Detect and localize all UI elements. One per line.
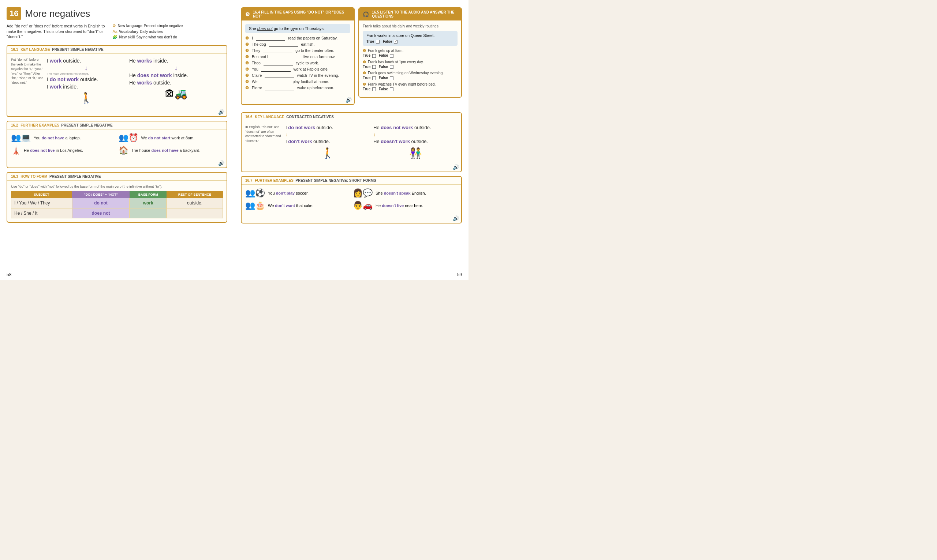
section-164-content: She does not go to the gym on Thursdays.… — [242, 20, 354, 95]
sound-icon-167[interactable]: 🔊 — [242, 214, 461, 223]
short-item-1: 👥⚽ You don't play soccer. — [245, 188, 350, 198]
q2-false-checkbox[interactable] — [390, 65, 393, 69]
section-166-content: In English, "do not" and "does not" are … — [242, 121, 461, 163]
q3-true-checkbox[interactable] — [372, 77, 376, 80]
table-row-1: I / You / We / They do not work outside. — [11, 198, 223, 208]
base-2 — [129, 208, 166, 218]
further-item-4: 🏠 The house does not have a backyard. — [119, 146, 223, 155]
figure-contracted-left: 🚶 — [285, 147, 370, 159]
further-item-2: 👥⏰ We do not start work at 8am. — [119, 133, 223, 143]
contracted-right: He does not work outside. ↓ He doesn't w… — [373, 125, 458, 159]
figure-contracted-right: 👫 — [373, 147, 458, 159]
listen-item-3: ❸ Frank goes swimming on Wednesday eveni… — [363, 71, 458, 80]
base-1: work — [129, 198, 166, 208]
section-163: 16.3 HOW TO FORM PRESENT SIMPLE NEGATIVE… — [6, 172, 227, 223]
listen-list: ❶ Frank gets up at 5am. True False — [363, 49, 458, 91]
q2-true-checkbox[interactable] — [372, 65, 376, 69]
soccer-icon: 👥⚽ — [245, 188, 265, 198]
col-subject: SUBJECT — [11, 191, 72, 198]
section-167-header: 16.7 FURTHER EXAMPLES PRESENT SIMPLE NEG… — [242, 177, 461, 185]
further-item-1: 👥💻 You do not have a laptop. — [11, 133, 116, 143]
section-162: 16.2 FURTHER EXAMPLES PRESENT SIMPLE NEG… — [6, 121, 227, 168]
subject-2: He / She / It — [11, 208, 72, 218]
grammar-table: SUBJECT "DO / DOES" + "NOT" BASE FORM RE… — [11, 191, 223, 218]
section-166: 16.6 KEY LANGUAGE CONTRACTED NEGATIVES I… — [241, 112, 462, 172]
fill-item-3: ❸ They go to the theater often. — [245, 48, 350, 53]
sound-icon-161[interactable]: 🔊 — [7, 108, 227, 116]
col-base: BASE FORM — [129, 191, 166, 198]
section-165-content: Frank talks about his daily and weekly r… — [359, 20, 461, 97]
headphone-icon: 🎧 — [363, 11, 369, 17]
section-167: 16.7 FURTHER EXAMPLES PRESENT SIMPLE NEG… — [241, 176, 462, 223]
fill-item-2: ❷ The dog eat fish. — [245, 42, 350, 47]
section-161-header: 16.1 KEY LANGUAGE PRESENT SIMPLE NEGATIV… — [7, 46, 227, 54]
fill-item-8: ❽ We play football at home. — [245, 79, 350, 84]
contracted-left: I do not work outside. ↓ I don't work ou… — [285, 125, 370, 159]
col-rest: REST OF SENTENCE — [166, 191, 223, 198]
q4-false-checkbox[interactable] — [390, 88, 393, 91]
short-item-3: 👥🎂 We don't want that cake. — [245, 201, 350, 210]
section-167-content: 👥⚽ You don't play soccer. 👩💬 She doesn't… — [242, 185, 461, 214]
section-163-header: 16.3 HOW TO FORM PRESENT SIMPLE NEGATIVE — [7, 173, 227, 181]
car-icon: 👨🚗 — [353, 201, 373, 210]
fill-example: She does not go to the gym on Thursdays. — [245, 24, 350, 33]
sound-icon-164[interactable]: 🔊 — [242, 95, 354, 104]
arrow-down-icon: ↓ — [47, 65, 126, 71]
section-163-content: Use "do" or "does" with "not" followed b… — [7, 181, 227, 222]
tag-new-skill: 🧩 New skill Saying what you don't do — [113, 35, 227, 40]
subject-1: I / You / We / They — [11, 198, 72, 208]
sound-icon-162[interactable]: 🔊 — [7, 159, 227, 168]
listen-statement: Frank works in a store on Queen Street. … — [363, 31, 458, 46]
figure-person-farm: 🏚🚜 — [129, 88, 223, 100]
do-2: does not — [72, 208, 129, 218]
vocabulary-icon: Aa — [113, 29, 117, 34]
section-161-content: Put "do not" before the verb to make the… — [7, 54, 227, 108]
further-item-3: 🗼 He does not live in Los Angeles. — [11, 146, 116, 155]
laptop-icon: 👥💻 — [11, 133, 31, 143]
statement-false-checkbox[interactable] — [394, 40, 398, 43]
161-examples-left: I work outside. ↓ The main verb does not… — [47, 57, 126, 104]
pencil-icon: ⚙ — [245, 11, 250, 17]
chapter-title: More negatives — [25, 8, 90, 19]
short-item-4: 👨🚗 He doesn't live near here. — [353, 201, 458, 210]
sound-icon-166[interactable]: 🔊 — [242, 163, 461, 172]
fill-item-5: ❺ Theo cycle to work. — [245, 61, 350, 66]
left-page: 16 More negatives Add "do not" or "does … — [0, 0, 234, 280]
col-do-does: "DO / DOES" + "NOT" — [72, 191, 129, 198]
figure-person-indoor: 🚶 — [47, 92, 126, 104]
rest-1: outside. — [166, 198, 223, 208]
tag-vocabulary: Aa Vocabulary Daily activities — [113, 29, 227, 34]
page-number-left: 58 — [6, 272, 11, 277]
section-164: ⚙ 16.4 FILL IN THE GAPS USING "DO NOT" O… — [241, 7, 354, 105]
q4-true-checkbox[interactable] — [372, 88, 376, 91]
intro-text: Add "do not" or "does not" before most v… — [6, 23, 106, 41]
chapter-header: 16 More negatives — [6, 7, 227, 20]
eiffel-icon: 🗼 — [11, 146, 21, 155]
statement-true-checkbox[interactable] — [376, 40, 379, 43]
q1-false-checkbox[interactable] — [390, 54, 393, 58]
gear-icon: ⚙ — [113, 23, 116, 28]
section-165: 🎧 16.5 LISTEN TO THE AUDIO AND ANSWER TH… — [358, 7, 462, 98]
section-162-header: 16.2 FURTHER EXAMPLES PRESENT SIMPLE NEG… — [7, 122, 227, 129]
house-icon: 🏠 — [119, 146, 128, 155]
rest-2 — [166, 208, 223, 218]
chapter-number: 16 — [6, 7, 21, 20]
arrow-down-2-icon: ↓ — [129, 65, 223, 71]
listen-item-1: ❶ Frank gets up at 5am. True False — [363, 49, 458, 57]
q1-true-checkbox[interactable] — [372, 54, 376, 58]
q3-false-checkbox[interactable] — [390, 77, 393, 80]
166-explanation: In English, "do not" and "does not" are … — [245, 125, 282, 159]
skill-icon: 🧩 — [113, 35, 117, 40]
fill-item-7: ❼ Claire watch TV in the evening. — [245, 73, 350, 78]
page-number-right: 59 — [457, 272, 462, 277]
section-165-header: 🎧 16.5 LISTEN TO THE AUDIO AND ANSWER TH… — [359, 8, 461, 20]
page-spread: 16 More negatives Add "do not" or "does … — [0, 0, 468, 280]
speak-icon: 👩💬 — [353, 188, 373, 198]
cake-icon: 👥🎂 — [245, 201, 265, 210]
clock-icon: 👥⏰ — [119, 133, 138, 143]
163-description: Use "do" or "does" with "not" followed b… — [11, 185, 223, 188]
listen-intro: Frank talks about his daily and weekly r… — [363, 24, 458, 28]
161-examples-right: He works inside. ↓ He does not work insi… — [129, 57, 223, 104]
col-164: ⚙ 16.4 FILL IN THE GAPS USING "DO NOT" O… — [241, 7, 354, 109]
top-row: ⚙ 16.4 FILL IN THE GAPS USING "DO NOT" O… — [241, 7, 462, 109]
